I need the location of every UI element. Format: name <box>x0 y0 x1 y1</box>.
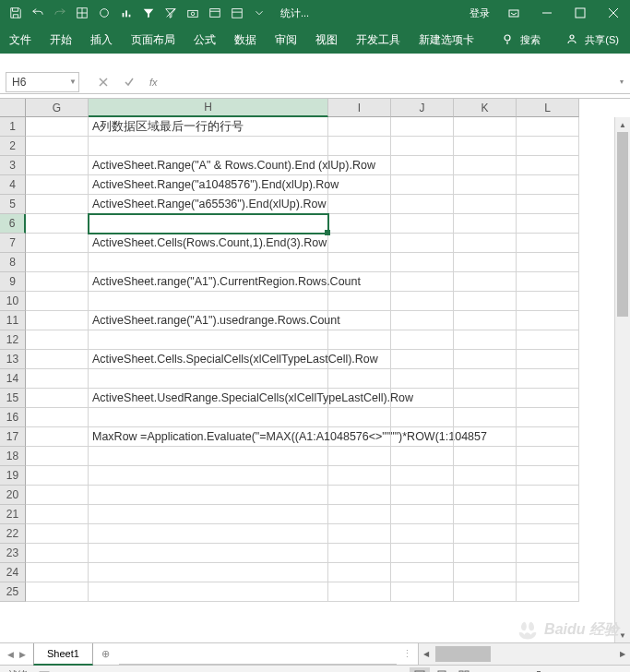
cell[interactable] <box>328 253 391 272</box>
cell[interactable] <box>391 311 454 330</box>
cell[interactable] <box>391 272 454 292</box>
cell[interactable] <box>26 214 89 234</box>
cell[interactable] <box>328 330 391 350</box>
filter-clear-icon[interactable] <box>160 3 181 23</box>
cancel-formula-button[interactable] <box>94 73 113 91</box>
column-header[interactable]: I <box>328 99 391 117</box>
cell[interactable]: ActiveSheet.Range("a1048576").End(xlUp).… <box>89 175 328 195</box>
cell[interactable] <box>454 253 517 272</box>
cell[interactable] <box>328 369 391 389</box>
cell[interactable] <box>517 582 579 602</box>
cell[interactable] <box>391 505 454 524</box>
cell[interactable] <box>454 524 517 544</box>
cell[interactable] <box>391 234 454 253</box>
row-header[interactable]: 20 <box>0 486 26 505</box>
cell[interactable] <box>517 563 579 582</box>
cell[interactable] <box>89 466 328 486</box>
cell[interactable] <box>391 582 454 602</box>
cell[interactable] <box>454 544 517 563</box>
tab-data[interactable]: 数据 <box>225 26 266 54</box>
cell[interactable] <box>391 563 454 582</box>
cell[interactable] <box>26 505 89 524</box>
cell[interactable] <box>454 137 517 156</box>
calendar-icon[interactable] <box>227 3 247 23</box>
cell[interactable] <box>328 234 391 253</box>
horizontal-scrollbar[interactable]: ◀ ▶ <box>418 643 630 665</box>
cell[interactable] <box>454 350 517 369</box>
cell[interactable] <box>328 505 391 524</box>
fx-icon[interactable]: fx <box>149 77 158 88</box>
row-header[interactable]: 3 <box>0 156 26 175</box>
cell[interactable] <box>517 330 579 350</box>
tab-custom[interactable]: 新建选项卡 <box>410 26 483 54</box>
cell[interactable] <box>26 175 89 195</box>
cell[interactable] <box>26 408 89 427</box>
cell[interactable]: ActiveSheet.Range("A" & Rows.Count).End … <box>89 156 328 175</box>
cell[interactable]: ActiveSheet.UsedRange.SpecialCells(xlCel… <box>89 389 328 408</box>
cell[interactable] <box>391 117 454 137</box>
select-all-corner[interactable] <box>0 99 26 117</box>
cell[interactable] <box>517 447 579 466</box>
sheet-nav-prev[interactable]: ◀ <box>7 650 14 659</box>
cell[interactable]: ActiveSheet.range("A1").usedrange.Rows.C… <box>89 311 328 330</box>
scroll-up-button[interactable]: ▲ <box>615 117 630 132</box>
tab-view[interactable]: 视图 <box>306 26 347 54</box>
row-header[interactable]: 18 <box>0 447 26 466</box>
cell[interactable] <box>26 427 89 447</box>
column-header[interactable]: G <box>26 99 89 117</box>
cell[interactable] <box>391 389 454 408</box>
row-header[interactable]: 1 <box>0 117 26 137</box>
row-header[interactable]: 17 <box>0 427 26 447</box>
cell[interactable] <box>391 524 454 544</box>
filter-icon[interactable] <box>138 3 159 23</box>
cell[interactable] <box>391 369 454 389</box>
tab-file[interactable]: 文件 <box>0 26 41 54</box>
cell[interactable] <box>26 369 89 389</box>
row-header[interactable]: 22 <box>0 524 26 544</box>
row-header[interactable]: 9 <box>0 272 26 292</box>
cell[interactable] <box>391 292 454 311</box>
cell[interactable] <box>26 466 89 486</box>
cell[interactable] <box>517 156 579 175</box>
cell[interactable] <box>517 234 579 253</box>
cell[interactable] <box>328 447 391 466</box>
cell[interactable] <box>89 214 328 234</box>
row-header[interactable]: 4 <box>0 175 26 195</box>
cell[interactable] <box>89 524 328 544</box>
tab-formulas[interactable]: 公式 <box>184 26 225 54</box>
cell[interactable] <box>517 311 579 330</box>
scroll-left-button[interactable]: ◀ <box>419 643 434 665</box>
cell[interactable] <box>391 253 454 272</box>
cell[interactable] <box>89 408 328 427</box>
cell[interactable] <box>454 582 517 602</box>
cell[interactable] <box>391 447 454 466</box>
cell[interactable] <box>517 117 579 137</box>
cell[interactable] <box>517 350 579 369</box>
column-header[interactable]: J <box>391 99 454 117</box>
cell[interactable] <box>517 544 579 563</box>
sheet-nav-next[interactable]: ▶ <box>19 650 26 659</box>
cell[interactable] <box>328 292 391 311</box>
tab-developer[interactable]: 开发工具 <box>347 26 410 54</box>
cell[interactable] <box>328 389 391 408</box>
tab-pagelayout[interactable]: 页面布局 <box>122 26 184 54</box>
cell[interactable] <box>89 292 328 311</box>
tab-insert[interactable]: 插入 <box>81 26 122 54</box>
row-header[interactable]: 13 <box>0 350 26 369</box>
circle-icon[interactable] <box>94 3 114 23</box>
cell[interactable] <box>517 466 579 486</box>
cell[interactable] <box>328 350 391 369</box>
cell[interactable]: ActiveSheet.range("A1").CurrentRegion.Ro… <box>89 272 328 292</box>
cell[interactable] <box>89 369 328 389</box>
cell[interactable] <box>517 137 579 156</box>
cell[interactable] <box>517 389 579 408</box>
chevron-down-icon[interactable]: ▼ <box>69 78 77 86</box>
formula-input[interactable] <box>158 72 613 92</box>
cell[interactable] <box>328 408 391 427</box>
cell[interactable] <box>26 350 89 369</box>
row-header[interactable]: 21 <box>0 505 26 524</box>
cell[interactable] <box>26 156 89 175</box>
cell[interactable] <box>454 466 517 486</box>
cell[interactable] <box>391 195 454 214</box>
cell[interactable] <box>517 272 579 292</box>
